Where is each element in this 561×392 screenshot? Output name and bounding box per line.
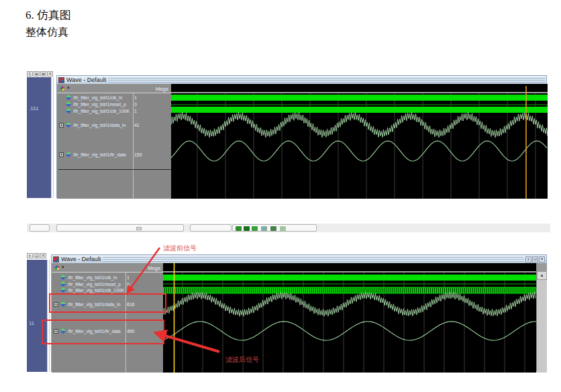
toolbar-group[interactable] xyxy=(30,224,50,232)
simulation-screenshot-2: ± ⊡ ✕ 11 Wave - Default ± ⊡ ✕ ▾ Msgs /fi… xyxy=(27,224,550,372)
toolbar-icon[interactable] xyxy=(280,226,286,231)
wave-titlebar[interactable]: Wave - Default xyxy=(57,76,546,84)
restore-icon[interactable]: ⊡ xyxy=(532,256,538,262)
signal-value: 1 xyxy=(134,109,137,113)
signal-icon xyxy=(66,152,71,157)
window-controls: ± ⊡ ✕ xyxy=(525,256,545,262)
toolbar-icon[interactable] xyxy=(244,226,250,231)
signal-group-icon[interactable] xyxy=(54,265,60,271)
toolbar-icon[interactable] xyxy=(236,226,242,231)
scrollbar-corner xyxy=(537,263,547,271)
signal-name: /fir_filter_vlg_tst/i1/reset_p xyxy=(73,102,126,107)
close-icon[interactable]: ✕ xyxy=(539,256,545,262)
signal-value: 0 xyxy=(134,102,137,107)
wave-window-title: Wave - Default xyxy=(66,77,106,83)
close-icon[interactable]: ✕ xyxy=(40,253,46,258)
signal-icon xyxy=(60,287,66,293)
panel-splitter[interactable] xyxy=(51,77,56,198)
signal-row[interactable]: /fir_filter_vlg_tst/i1/clk_in 1 xyxy=(57,95,171,101)
signal-icon xyxy=(60,275,66,280)
app-toolbar xyxy=(27,224,550,232)
doc-subheading: 整体仿真 xyxy=(26,26,68,40)
signal-name: /fir_filter_vlg_tst/i1/clk_in xyxy=(73,95,122,100)
wave-toolbar-row: ▾ Msgs xyxy=(52,263,163,273)
signal-name: /fir_filter_vlg_tst/i1/clk_100K xyxy=(68,288,124,293)
titlebar-grip[interactable] xyxy=(103,256,523,262)
signal-name: /fir_filter_vlg_tst/i1/fir_data xyxy=(73,152,126,157)
titlebar-grip[interactable] xyxy=(108,77,545,83)
signal-icon xyxy=(66,101,71,107)
signal-icon xyxy=(66,108,71,113)
signal-value: 41 xyxy=(134,123,140,128)
toolbar-group xyxy=(232,224,317,232)
toolbar-icon[interactable] xyxy=(261,226,267,231)
wave-window: Wave - Default ± ⊡ ✕ ▾ Msgs /fir_filter_… xyxy=(51,254,547,372)
sidebar-window-buttons: ± ⊡ ✕ xyxy=(27,253,46,258)
signal-value: 1 xyxy=(127,275,130,280)
msgs-column-header[interactable]: Msgs xyxy=(150,86,168,92)
wave-window-icon xyxy=(58,77,64,83)
restore-icon[interactable]: ⊡ xyxy=(34,253,40,258)
objects-panel: 11 xyxy=(27,260,47,372)
signal-row[interactable]: /fir_filter_vlg_tst/i1/clk_100K 1 xyxy=(57,108,171,115)
objects-panel-text: 11 xyxy=(29,320,34,326)
wave-window-title: Wave - Default xyxy=(61,256,101,262)
signal-value: 153 xyxy=(134,152,142,157)
signal-group-icon[interactable] xyxy=(60,86,65,91)
wave-window-icon xyxy=(53,256,59,262)
signal-row[interactable]: /fir_filter_vlg_tst/i1/clk_in 1 xyxy=(52,275,163,281)
objects-panel: .111 xyxy=(27,77,51,198)
maximize-icon[interactable]: ⊠ xyxy=(40,71,46,77)
close-icon[interactable]: ✕ xyxy=(47,71,53,77)
doc-heading: 6. 仿真图 xyxy=(26,7,71,23)
objects-panel-text: .111 xyxy=(29,105,38,111)
msgs-column-header[interactable]: Msgs xyxy=(142,265,160,271)
annotation-box-fir-data xyxy=(42,320,164,344)
sidebar-window-buttons: ≡ ⊞ ⊠ ✕ xyxy=(27,71,53,77)
toolbar-group[interactable] xyxy=(56,224,184,232)
toolbar-icon[interactable] xyxy=(252,226,258,231)
chevron-down-icon[interactable]: ▾ xyxy=(62,264,64,270)
dock-icon[interactable]: ≡ xyxy=(27,71,33,77)
signal-icon xyxy=(66,122,71,128)
dock-icon[interactable]: ± xyxy=(525,256,531,262)
toolbar-icon[interactable] xyxy=(270,226,276,231)
signal-row[interactable]: + /fir_filter_vlg_tst/i1/fir_data 153 xyxy=(57,150,171,160)
expand-icon[interactable]: + xyxy=(59,123,64,128)
annotation-before-filter: 滤波前信号 xyxy=(163,244,197,253)
signal-row[interactable]: /fir_filter_vlg_tst/i1/reset_p 0 xyxy=(57,101,171,108)
expand-icon[interactable]: + xyxy=(59,152,64,157)
vertical-scrollbar[interactable] xyxy=(537,280,547,373)
toolbar-group[interactable] xyxy=(190,224,232,232)
dock-icon[interactable]: ± xyxy=(27,253,33,258)
wave-titlebar[interactable]: Wave - Default ± ⊡ ✕ xyxy=(52,255,546,263)
signal-icon xyxy=(66,95,71,100)
wave-window: Wave - Default ▾ Msgs /fir_filter_vlg_ts… xyxy=(56,75,547,198)
chevron-down-icon[interactable]: ▾ xyxy=(67,85,70,91)
simulation-screenshot-1: ≡ ⊞ ⊠ ✕ .111 Wave - Default ▾ Msgs /fir_… xyxy=(27,70,547,198)
signal-name: /fir_filter_vlg_tst/i1/clk_100K xyxy=(73,109,130,113)
annotation-after-filter: 滤波后信号 xyxy=(225,355,259,364)
signal-name: /fir_filter_vlg_tst/i1/reset_p xyxy=(68,282,121,287)
waveform-canvas[interactable] xyxy=(171,84,548,199)
insertion-pointer-line xyxy=(58,169,171,170)
signal-row[interactable]: + /fir_filter_vlg_tst/i1/data_in 41 xyxy=(57,120,171,130)
toolbar-button[interactable] xyxy=(136,227,142,230)
annotation-box-data-in xyxy=(49,293,166,313)
scroll-up-button[interactable]: ▲ xyxy=(537,271,547,280)
signal-value: 1 xyxy=(134,95,137,100)
signal-value: 0 xyxy=(127,282,130,287)
wave-toolbar-row: ▾ Msgs xyxy=(57,84,171,93)
signal-name: /fir_filter_vlg_tst/i1/data_in xyxy=(73,123,125,128)
signal-icon xyxy=(60,281,66,287)
signal-name: /fir_filter_vlg_tst/i1/clk_in xyxy=(68,275,117,280)
restore-icon[interactable]: ⊞ xyxy=(34,71,40,77)
waveform-canvas[interactable] xyxy=(163,263,536,373)
